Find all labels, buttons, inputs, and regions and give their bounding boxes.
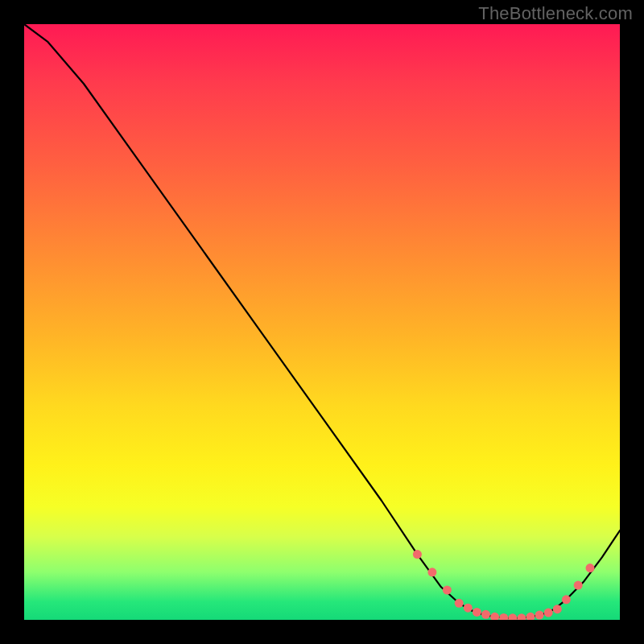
valley-marker: [413, 550, 422, 559]
valley-marker: [508, 613, 517, 620]
valley-marker: [586, 564, 595, 572]
valley-marker: [562, 595, 571, 604]
bottleneck-curve-line: [24, 24, 620, 618]
valley-marker: [535, 611, 544, 620]
plot-area: [24, 24, 620, 620]
valley-marker: [481, 610, 490, 619]
valley-marker: [443, 586, 452, 595]
chart-frame: TheBottleneck.com: [0, 0, 644, 644]
valley-marker: [526, 613, 535, 620]
bottleneck-curve-svg: [24, 24, 620, 620]
valley-marker: [544, 609, 553, 617]
valley-marker: [473, 608, 481, 617]
valley-marker: [490, 613, 499, 620]
valley-marker: [553, 605, 562, 613]
valley-marker: [499, 613, 508, 620]
valley-marker: [455, 599, 464, 608]
valley-marker: [574, 581, 583, 590]
valley-marker: [464, 604, 473, 613]
watermark-label: TheBottleneck.com: [478, 3, 633, 24]
valley-marker: [427, 568, 436, 576]
valley-marker: [517, 613, 526, 620]
